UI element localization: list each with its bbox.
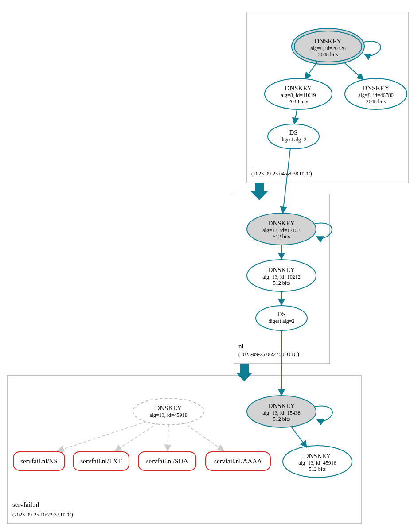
svg-text:DS: DS: [277, 311, 285, 318]
svg-text:512 bits: 512 bits: [309, 466, 326, 472]
edge-missing-aaaa: [184, 423, 224, 451]
svg-point-35: [133, 398, 204, 425]
svg-text:DNSKEY: DNSKEY: [363, 85, 390, 92]
svg-text:DNSKEY: DNSKEY: [285, 85, 312, 92]
edge-rootzsk-rootds: [294, 109, 297, 124]
svg-text:digest alg=2: digest alg=2: [268, 318, 294, 324]
zone-servfail-timestamp: (2023-09-25 10:22:32 UTC): [12, 512, 73, 518]
svg-text:DS: DS: [289, 129, 297, 136]
node-rr-ns: servfail.nl/NS: [13, 452, 65, 470]
node-root-zsk2: DNSKEY alg=8, id=46780 2048 bits: [345, 78, 407, 109]
svg-text:2048 bits: 2048 bits: [366, 98, 386, 105]
zone-nl-timestamp: (2023-09-25 06:27:26 UTC): [238, 351, 299, 357]
dnssec-diagram: . (2023-09-25 04:48:38 UTC) DNSKEY alg=8…: [0, 0, 418, 532]
svg-text:512 bits: 512 bits: [273, 280, 290, 286]
edge-nl-ksk-self: [315, 223, 332, 238]
node-root-zsk: DNSKEY alg=8, id=11019 2048 bits: [265, 78, 332, 109]
svg-text:512 bits: 512 bits: [273, 416, 290, 422]
node-rr-txt: servfail.nl/TXT: [73, 452, 129, 470]
svg-text:alg=8, id=11019: alg=8, id=11019: [281, 92, 316, 98]
delegation-root-nl-icon: [251, 183, 268, 200]
zone-servfail-label: servfail.nl: [12, 501, 39, 508]
svg-text:alg=8, id=20326: alg=8, id=20326: [310, 45, 346, 51]
svg-text:alg=13, id=45918: alg=13, id=45918: [149, 412, 188, 418]
svg-text:servfail.nl/TXT: servfail.nl/TXT: [80, 458, 122, 465]
node-sf-missing: DNSKEY alg=13, id=45918: [133, 398, 204, 425]
svg-text:DNSKEY: DNSKEY: [268, 402, 295, 409]
node-root-ksk: DNSKEY alg=8, id=20326 2048 bits: [292, 28, 364, 65]
svg-text:servfail.nl/AAAA: servfail.nl/AAAA: [214, 458, 262, 465]
svg-text:alg=13, id=45916: alg=13, id=45916: [298, 460, 336, 466]
node-nl-ds: DS digest alg=2: [256, 306, 307, 330]
svg-text:alg=13, id=17153: alg=13, id=17153: [262, 227, 301, 233]
svg-text:2048 bits: 2048 bits: [289, 98, 309, 105]
edge-rootds-nlksk: [283, 148, 290, 213]
edge-sf-ksk-self: [315, 406, 332, 421]
edge-rootksk-rootzsk: [305, 62, 317, 79]
node-nl-ksk: DNSKEY alg=13, id=17153 512 bits: [247, 213, 316, 245]
node-rr-aaaa: servfail.nl/AAAA: [206, 452, 270, 470]
svg-text:digest alg=2: digest alg=2: [280, 136, 306, 143]
svg-text:512 bits: 512 bits: [273, 233, 290, 240]
node-sf-ksk: DNSKEY alg=13, id=15438 512 bits: [247, 396, 316, 427]
edge-missing-ns: [58, 422, 146, 451]
edge-rootksk-rootzsk2: [344, 62, 363, 80]
svg-text:DNSKEY: DNSKEY: [268, 266, 295, 273]
svg-text:DNSKEY: DNSKEY: [315, 38, 342, 45]
node-root-ds: DS digest alg=2: [268, 124, 319, 149]
svg-text:servfail.nl/NS: servfail.nl/NS: [20, 458, 58, 465]
edge-root-ksk-self: [363, 41, 381, 56]
edge-sfksk-sfzsk: [291, 426, 307, 447]
zone-nl-label: nl: [238, 342, 244, 349]
svg-text:DNSKEY: DNSKEY: [268, 220, 295, 227]
svg-text:2048 bits: 2048 bits: [318, 51, 338, 58]
zone-root-timestamp: (2023-09-25 04:48:38 UTC): [251, 171, 312, 177]
svg-text:alg=8, id=46780: alg=8, id=46780: [358, 92, 394, 98]
svg-text:alg=13, id=10212: alg=13, id=10212: [262, 274, 301, 280]
svg-text:servfail.nl/SOA: servfail.nl/SOA: [146, 458, 188, 465]
svg-text:DNSKEY: DNSKEY: [304, 452, 331, 459]
delegation-nl-servfail-icon: [236, 364, 253, 381]
zone-root-label: .: [251, 162, 253, 169]
node-rr-soa: servfail.nl/SOA: [138, 452, 196, 470]
edge-missing-txt: [115, 423, 157, 451]
edge-missing-soa: [168, 425, 168, 451]
svg-text:alg=13, id=15438: alg=13, id=15438: [262, 410, 301, 416]
node-nl-zsk: DNSKEY alg=13, id=10212 512 bits: [247, 260, 316, 291]
svg-text:DNSKEY: DNSKEY: [155, 404, 182, 412]
node-sf-zsk: DNSKEY alg=13, id=45916 512 bits: [283, 446, 352, 478]
